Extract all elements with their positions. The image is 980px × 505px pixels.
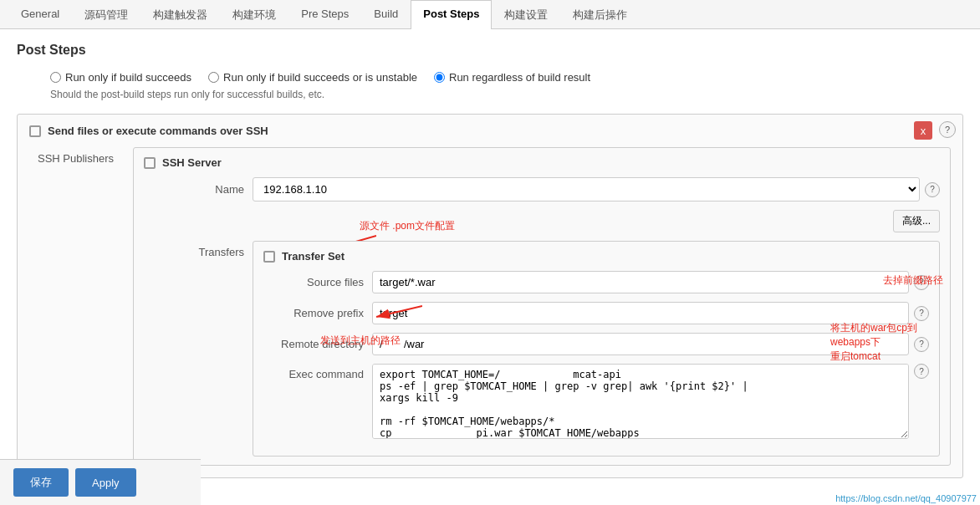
publishers-row: SSH Publishers SSH Server Name 192.168.1… (38, 147, 951, 466)
exec-command-row: Exec command export TOMCAT_HOME=/ mcat-a… (263, 364, 929, 439)
help-icon-ssh[interactable]: ? (939, 121, 956, 138)
tab-general[interactable]: General (8, 0, 72, 29)
tab-source[interactable]: 源码管理 (72, 0, 140, 29)
section-icon (29, 125, 41, 137)
close-button[interactable]: x (914, 121, 932, 140)
help-icon-remote[interactable]: ? (914, 337, 929, 352)
remote-directory-input[interactable] (372, 333, 909, 355)
watermark: https://blog.csdn.net/qq_40907977 (835, 493, 977, 503)
tab-trigger[interactable]: 构建触发器 (140, 0, 220, 29)
tab-build-settings[interactable]: 构建设置 (492, 0, 560, 29)
publishers-label: SSH Publishers (38, 147, 121, 466)
transfer-set-icon (263, 251, 275, 263)
tab-post-build[interactable]: 构建后操作 (560, 0, 640, 29)
ssh-server-header: SSH Server (144, 156, 940, 169)
publishers-inner: SSH Server Name 192.168.1.10 ? (133, 147, 951, 466)
advanced-button[interactable]: 高级... (893, 210, 940, 232)
help-icon-prefix[interactable]: ? (914, 306, 929, 321)
source-files-label: Source files (263, 276, 364, 288)
tab-bar: General 源码管理 构建触发器 构建环境 Pre Steps Build … (0, 0, 980, 29)
page-title: Post Steps (17, 43, 963, 58)
name-row: Name 192.168.1.10 ? (144, 177, 940, 201)
exec-command-label: Exec command (263, 364, 364, 380)
remove-prefix-input[interactable] (372, 302, 909, 324)
apply-button[interactable]: Apply (75, 468, 136, 497)
help-icon-exec[interactable]: ? (914, 364, 929, 379)
ssh-section: Send files or execute commands over SSH … (17, 114, 963, 478)
save-button[interactable]: 保存 (13, 468, 69, 497)
ssh-server-section-icon (144, 157, 156, 169)
remove-prefix-row: Remove prefix ? (263, 302, 929, 324)
radio-build-succeeds[interactable]: Run only if build succeeds (50, 71, 191, 84)
remote-directory-row: Remote directory ? (263, 333, 929, 355)
name-label: Name (144, 183, 244, 196)
remote-directory-label: Remote directory (263, 338, 364, 350)
tab-build-env[interactable]: 构建环境 (220, 0, 288, 29)
source-files-row: Source files ? (263, 271, 929, 293)
tab-build[interactable]: Build (361, 0, 411, 29)
radio-group: Run only if build succeeds Run only if b… (17, 71, 963, 84)
radio-description: Should the post-build steps run only for… (17, 89, 963, 100)
remove-prefix-label: Remove prefix (263, 307, 364, 319)
source-files-input[interactable] (372, 271, 909, 293)
transfers-inner: Transfer Set Source files ? (253, 241, 940, 457)
tab-post-steps[interactable]: Post Steps (411, 0, 492, 29)
tab-pre-steps[interactable]: Pre Steps (288, 0, 361, 29)
bottom-bar: 保存 Apply (0, 459, 201, 505)
help-icon-source[interactable]: ? (914, 275, 929, 290)
transfers-row: Transfers Transfer Set Source files (144, 241, 940, 457)
radio-build-regardless[interactable]: Run regardless of build result (434, 71, 590, 84)
main-content: Post Steps Run only if build succeeds Ru… (0, 29, 980, 505)
transfers-label: Transfers (144, 241, 244, 457)
transfer-set-header: Transfer Set (263, 250, 929, 263)
exec-command-textarea[interactable]: export TOMCAT_HOME=/ mcat-api ps -ef | g… (372, 364, 909, 439)
name-select[interactable]: 192.168.1.10 (253, 177, 920, 201)
radio-build-unstable[interactable]: Run only if build succeeds or is unstabl… (208, 71, 417, 84)
ssh-section-header: Send files or execute commands over SSH (29, 125, 951, 137)
help-icon-name[interactable]: ? (925, 182, 940, 197)
